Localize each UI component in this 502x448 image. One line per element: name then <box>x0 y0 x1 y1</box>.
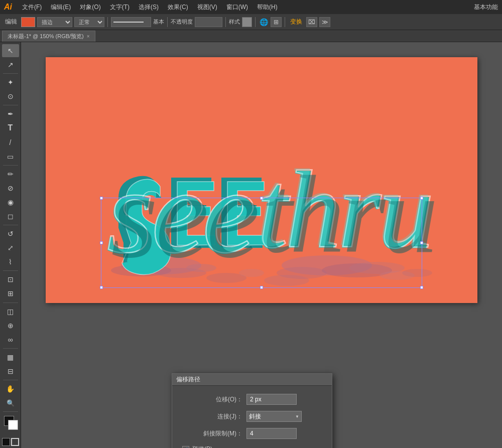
blob-brush-tool-btn[interactable]: ◉ <box>2 196 19 209</box>
pen-tool-btn[interactable]: ✒ <box>2 107 19 120</box>
offset-row: 位移(O)： <box>182 394 322 405</box>
style-label: 样式 <box>229 18 240 26</box>
artwork-svg: see see see thru thru thru thru <box>46 57 477 303</box>
eyedropper-tool-btn[interactable]: ⊕ <box>2 319 19 332</box>
opacity-input[interactable]: 100% <box>195 17 222 27</box>
blend-tool-btn[interactable]: ∞ <box>2 333 19 346</box>
artboard: see see see thru thru thru thru <box>46 57 477 303</box>
tool-sep-4 <box>3 225 18 225</box>
zoom-tool-btn[interactable]: 🔍 <box>2 396 19 409</box>
join-value: 斜接 <box>249 412 293 421</box>
view-mode-btn[interactable]: ⊞ <box>271 17 282 27</box>
document-tab[interactable]: 未标题-1* @ 150% (RGB/预览) × <box>2 31 95 42</box>
offset-label: 位移(O)： <box>182 395 242 404</box>
tool-sep-5 <box>3 270 18 271</box>
miter-row: 斜接限制(M)： <box>182 428 322 439</box>
toolbar-sep-3 <box>225 17 226 27</box>
canvas-area[interactable]: see see see thru thru thru thru <box>21 42 502 448</box>
free-transform-tool-btn[interactable]: ⊡ <box>2 273 19 286</box>
shape-builder-tool-btn[interactable]: ⊞ <box>2 287 19 300</box>
miter-input[interactable] <box>246 428 297 439</box>
fill-color-box[interactable] <box>21 17 35 27</box>
menu-window[interactable]: 窗口(W) <box>223 2 251 13</box>
stroke-line <box>113 22 144 23</box>
brush-tool-btn[interactable]: ⊘ <box>2 182 19 195</box>
bar-graph-tool-btn[interactable]: ▦ <box>2 351 19 364</box>
svg-text:see: see <box>111 150 258 283</box>
magic-wand-tool-btn[interactable]: ✦ <box>2 76 19 89</box>
lasso-tool-btn[interactable]: ⊙ <box>2 90 19 103</box>
toolbar-sep-2 <box>167 17 168 27</box>
tool-sep-3 <box>3 165 18 166</box>
color-row <box>2 416 19 430</box>
checkbox-check-icon: ✓ <box>184 446 188 448</box>
svg-point-12 <box>264 275 309 286</box>
scale-tool-btn[interactable]: ⤢ <box>2 241 19 254</box>
rectangle-tool-btn[interactable]: ▭ <box>2 150 19 163</box>
offset-input[interactable] <box>246 394 297 405</box>
select-tool-btn[interactable]: ↖ <box>2 44 19 57</box>
gradient-tool-btn[interactable]: ◫ <box>2 305 19 318</box>
menu-effect[interactable]: 效果(C) <box>165 2 191 13</box>
join-dropdown[interactable]: 斜接 ▼ <box>246 411 302 422</box>
toolbar-sep-1 <box>107 17 108 27</box>
tool-sep-9 <box>3 411 18 412</box>
ai-logo: Ai <box>4 3 12 12</box>
artboard-tool-btn[interactable]: ⊟ <box>2 365 19 378</box>
tool-sep-1 <box>3 73 18 74</box>
title-bar: Ai 文件(F) 编辑(E) 对象(O) 文字(T) 选择(S) 效果(C) 视… <box>0 0 502 14</box>
line-label: 基本 <box>153 18 164 26</box>
tab-label: 未标题-1* @ 150% (RGB/预览) <box>8 33 84 40</box>
stroke-dropdown[interactable]: 描边 <box>37 17 72 27</box>
menu-file[interactable]: 文件(F) <box>19 2 45 13</box>
warp-tool-btn[interactable]: ⌇ <box>2 255 19 268</box>
menu-object[interactable]: 对象(O) <box>77 2 103 13</box>
hand-tool-btn[interactable]: ✋ <box>2 382 19 395</box>
left-toolbox: ↖ ↗ ✦ ⊙ ✒ T / ▭ ✏ ⊘ ◉ ◻ ↺ ⤢ ⌇ ⊡ ⊞ ◫ ⊕ ∞ … <box>0 42 21 448</box>
opacity-label: 不透明度 <box>171 18 193 26</box>
menu-edit[interactable]: 编辑(E) <box>48 2 74 13</box>
pencil-tool-btn[interactable]: ✏ <box>2 168 19 181</box>
menu-text[interactable]: 文字(T) <box>107 2 133 13</box>
svg-text:thru: thru <box>256 147 430 269</box>
transform-label[interactable]: 变换 <box>288 18 304 26</box>
join-row: 连接(J)： 斜接 ▼ <box>182 411 322 422</box>
workspace-label: 基本功能 <box>474 3 498 12</box>
opacity-mode-dropdown[interactable]: 正常 <box>74 17 104 27</box>
dialog-title: 偏移路径 <box>176 375 200 384</box>
rotate-tool-btn[interactable]: ↺ <box>2 227 19 240</box>
stroke-line-box <box>111 17 151 27</box>
tool-sep-7 <box>3 348 18 349</box>
toolbar-sep-4 <box>255 17 256 27</box>
more-btn[interactable]: ≫ <box>319 17 330 27</box>
join-label: 连接(J)： <box>182 412 242 421</box>
tab-close-btn[interactable]: × <box>87 34 90 39</box>
fill-indicator[interactable] <box>2 438 10 446</box>
stroke-indicator[interactable] <box>11 438 19 446</box>
tab-bar: 未标题-1* @ 150% (RGB/预览) × <box>0 30 502 42</box>
toolbar-sep-5 <box>285 17 285 27</box>
line-tool-btn[interactable]: / <box>2 136 19 149</box>
envelope-btn[interactable]: ⌧ <box>306 17 317 27</box>
tool-sep-6 <box>3 303 18 303</box>
menu-select[interactable]: 选择(S) <box>136 2 162 13</box>
text-tool-btn[interactable]: T <box>2 121 19 134</box>
miter-label: 斜接限制(M)： <box>182 429 242 438</box>
dialog-title-bar[interactable]: 偏移路径 <box>172 374 332 386</box>
toolbar: 编辑 描边 正常 基本 不透明度 100% 样式 🌐 ⊞ 变换 ⌧ ≫ <box>0 14 502 30</box>
eraser-tool-btn[interactable]: ◻ <box>2 210 19 223</box>
background-color[interactable] <box>8 420 18 430</box>
menu-help[interactable]: 帮助(H) <box>254 2 281 13</box>
dialog-body: 位移(O)： 连接(J)： 斜接 ▼ 斜接限制(M)： ✓ <box>172 386 332 448</box>
menu-view[interactable]: 视图(V) <box>194 2 220 13</box>
preview-row: ✓ 预览(P) <box>182 445 322 448</box>
style-color[interactable] <box>242 17 252 27</box>
preview-checkbox[interactable]: ✓ <box>182 446 189 449</box>
offset-path-dialog: 偏移路径 位移(O)： 连接(J)： 斜接 ▼ 斜接限制(M)： <box>172 373 332 448</box>
preview-label: 预览(P) <box>192 445 212 448</box>
main-layout: ↖ ↗ ✦ ⊙ ✒ T / ▭ ✏ ⊘ ◉ ◻ ↺ ⤢ ⌇ ⊡ ⊞ ◫ ⊕ ∞ … <box>0 42 502 448</box>
direct-select-tool-btn[interactable]: ↗ <box>2 58 19 71</box>
tool-sep-2 <box>3 105 18 105</box>
join-dropdown-arrow: ▼ <box>295 414 299 419</box>
globe-icon: 🌐 <box>259 17 269 27</box>
